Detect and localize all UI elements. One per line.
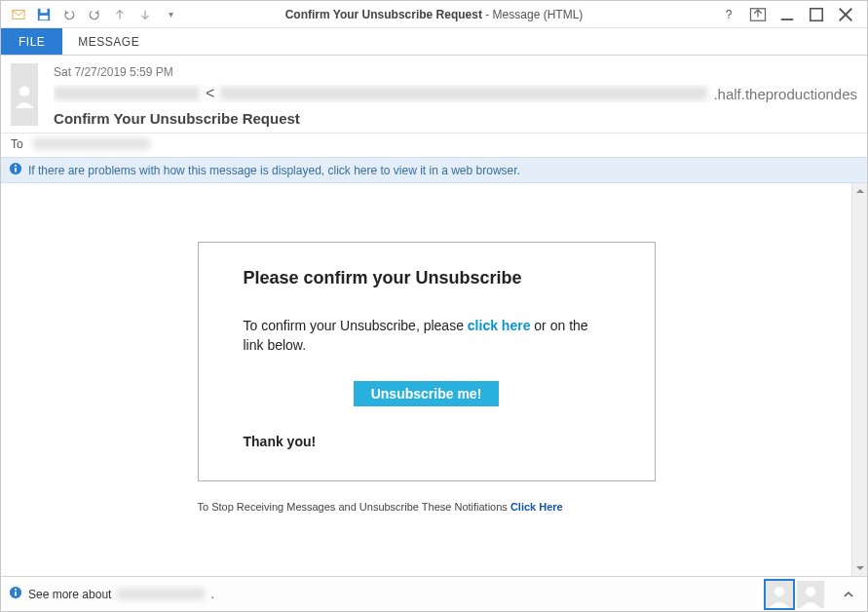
tab-file-label: FILE: [19, 35, 45, 49]
close-button[interactable]: [836, 5, 855, 24]
svg-point-18: [806, 587, 815, 596]
app-icon: [9, 5, 28, 24]
unsubscribe-button[interactable]: Unsubscribe me!: [354, 381, 500, 406]
message-header: Sat 7/27/2019 5:59 PM < .half.theproduct…: [1, 56, 867, 134]
quick-access-toolbar: ▾: [5, 5, 180, 24]
infobar-text: If there are problems with how this mess…: [28, 164, 520, 177]
info-icon: [9, 162, 22, 178]
status-bar: See more about .: [1, 576, 867, 611]
message-date: Sat 7/27/2019 5:59 PM: [54, 65, 857, 79]
scroll-down-arrow[interactable]: [854, 562, 866, 574]
from-email-redacted: [220, 87, 707, 101]
to-line: To: [1, 134, 867, 157]
people-pane-thumbnails: [766, 581, 824, 608]
card-line: To confirm your Unsubscribe, please clic…: [244, 316, 610, 356]
tab-file[interactable]: FILE: [1, 28, 62, 55]
unsubscribe-card: Please confirm your Unsubscribe To confi…: [198, 242, 656, 481]
see-more-redacted: [117, 589, 205, 600]
person-thumb-1[interactable]: [766, 581, 793, 608]
to-value-redacted: [33, 138, 150, 150]
redo-button[interactable]: [85, 5, 104, 24]
svg-point-8: [19, 86, 30, 96]
card-line-prefix: To confirm your Unsubscribe, please: [244, 318, 468, 333]
person-thumb-2[interactable]: [797, 581, 824, 608]
vertical-scrollbar[interactable]: [851, 183, 867, 576]
thank-you-text: Thank you!: [244, 434, 610, 449]
tab-message-label: MESSAGE: [78, 35, 139, 49]
help-button[interactable]: ?: [719, 5, 738, 24]
svg-rect-10: [15, 168, 17, 172]
from-angle-open: <: [206, 85, 214, 102]
see-more-suffix: .: [210, 588, 213, 601]
next-item-button[interactable]: [135, 5, 155, 24]
window-title-subject: Confirm Your Unsubscribe Request: [285, 8, 482, 21]
message-body-scroll: Please confirm your Unsubscribe To confi…: [1, 183, 851, 576]
ribbon-tabs: FILE MESSAGE: [1, 28, 867, 56]
svg-point-16: [774, 587, 784, 596]
footer-click-here-link[interactable]: Click Here: [510, 501, 563, 513]
footer-note: To Stop Receiving Messages and Unsubscri…: [198, 501, 656, 513]
undo-button[interactable]: [59, 5, 79, 24]
from-domain-visible: .half.theproductiondes: [713, 86, 857, 102]
footer-note-text: To Stop Receiving Messages and Unsubscri…: [198, 501, 510, 513]
qat-customize-button[interactable]: ▾: [161, 5, 180, 24]
svg-rect-2: [41, 8, 48, 12]
svg-rect-3: [40, 15, 49, 19]
from-name-redacted: [54, 87, 200, 101]
minimize-button[interactable]: [777, 5, 797, 24]
scroll-up-arrow[interactable]: [854, 185, 866, 197]
header-lines: Sat 7/27/2019 5:59 PM < .half.theproduct…: [54, 63, 857, 127]
save-button[interactable]: [34, 5, 54, 24]
click-here-link[interactable]: click here: [468, 318, 531, 333]
button-row: Unsubscribe me!: [244, 381, 610, 406]
view-in-browser-infobar[interactable]: If there are problems with how this mess…: [1, 157, 867, 183]
card-heading: Please confirm your Unsubscribe: [244, 268, 610, 288]
window-title-suffix: - Message (HTML): [482, 8, 583, 21]
outlook-message-window: ▾ Confirm Your Unsubscribe Request - Mes…: [0, 0, 868, 612]
message-body-area: Please confirm your Unsubscribe To confi…: [1, 183, 867, 576]
titlebar: ▾ Confirm Your Unsubscribe Request - Mes…: [1, 1, 867, 28]
svg-rect-13: [15, 592, 17, 595]
message-subject: Confirm Your Unsubscribe Request: [54, 110, 857, 127]
to-label: To: [11, 137, 23, 151]
window-controls: ?: [719, 5, 863, 24]
tab-message[interactable]: MESSAGE: [62, 28, 155, 55]
from-line: < .half.theproductiondes: [54, 85, 857, 102]
ribbon-display-button[interactable]: [748, 5, 768, 24]
people-pane-toggle[interactable]: [838, 584, 859, 605]
svg-rect-6: [811, 8, 823, 20]
svg-rect-14: [15, 589, 17, 591]
info-icon: [9, 586, 22, 602]
email-content: Please confirm your Unsubscribe To confi…: [1, 183, 851, 532]
prev-item-button[interactable]: [110, 5, 130, 24]
sender-avatar: [11, 63, 38, 126]
maximize-button[interactable]: [807, 5, 826, 24]
see-more-prefix[interactable]: See more about: [28, 588, 111, 601]
svg-rect-11: [15, 165, 17, 167]
